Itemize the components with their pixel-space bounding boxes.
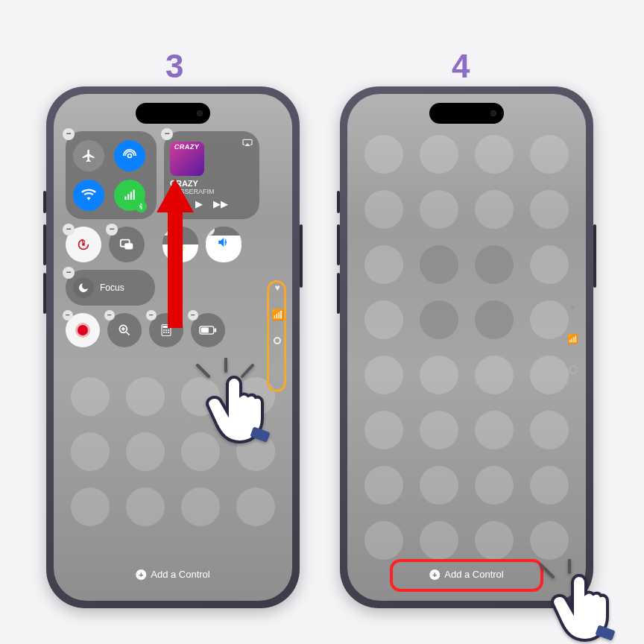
svg-rect-4 xyxy=(133,189,135,200)
moon-icon xyxy=(73,277,94,298)
svg-rect-21 xyxy=(215,328,217,332)
radio-icon[interactable]: 📶 xyxy=(567,334,578,344)
remove-icon[interactable]: − xyxy=(63,128,75,140)
speaker-icon xyxy=(217,236,230,252)
remove-icon[interactable]: − xyxy=(104,310,115,321)
cellular-toggle[interactable] xyxy=(114,180,145,211)
phone-volume-down xyxy=(43,273,46,314)
phone-silent-switch xyxy=(43,191,46,213)
tap-cursor-step-4 xyxy=(537,559,604,644)
volume-slider[interactable]: − xyxy=(206,227,242,262)
svg-rect-7 xyxy=(124,243,133,249)
remove-icon[interactable]: − xyxy=(63,267,75,279)
svg-rect-2 xyxy=(127,194,129,200)
screen-mirror-button[interactable]: − xyxy=(109,227,145,262)
screen-record-button[interactable]: − xyxy=(66,313,100,347)
svg-point-0 xyxy=(128,154,132,157)
cellular-icon xyxy=(123,189,136,202)
magnifier-icon xyxy=(117,323,132,338)
page-ring-icon[interactable] xyxy=(569,365,578,374)
airplane-icon xyxy=(81,148,96,163)
add-control-button[interactable]: + Add a Control xyxy=(124,563,222,586)
airdrop-toggle[interactable] xyxy=(114,140,145,171)
phone-volume-down xyxy=(337,273,340,314)
svg-rect-3 xyxy=(130,192,132,200)
phone-volume-up xyxy=(337,224,340,265)
remove-icon[interactable]: − xyxy=(161,128,173,140)
magnifier-button[interactable]: − xyxy=(107,313,142,347)
swipe-up-arrow xyxy=(149,164,201,338)
dynamic-island xyxy=(429,103,504,124)
focus-label: Focus xyxy=(100,282,124,293)
empty-slot-grid xyxy=(347,94,586,601)
next-track-icon[interactable]: ▶▶ xyxy=(213,198,228,209)
bluetooth-icon xyxy=(135,201,147,212)
svg-rect-22 xyxy=(201,328,209,333)
remove-icon[interactable]: − xyxy=(206,227,215,236)
phone-step-4: ♥ 📶 + Add a Control xyxy=(340,86,593,608)
phone-silent-switch xyxy=(337,191,340,213)
heart-icon[interactable]: ♥ xyxy=(570,303,575,313)
plus-icon: + xyxy=(136,569,146,580)
screen-mirror-icon xyxy=(119,236,135,253)
battery-icon xyxy=(199,325,217,335)
wifi-icon xyxy=(81,188,96,203)
page-indicator[interactable]: ♥ 📶 xyxy=(567,303,578,374)
svg-rect-5 xyxy=(82,242,85,246)
record-icon xyxy=(78,325,88,335)
wifi-toggle[interactable] xyxy=(73,180,104,211)
svg-rect-1 xyxy=(124,196,126,200)
screen-step-4: ♥ 📶 + Add a Control xyxy=(347,94,586,601)
rotation-lock-toggle[interactable]: − xyxy=(66,227,101,262)
step-label-3: 3 xyxy=(165,48,183,85)
rotation-lock-icon xyxy=(75,236,92,253)
phone-volume-up xyxy=(43,224,46,265)
airplane-mode-toggle[interactable] xyxy=(73,140,104,171)
phone-power-button xyxy=(300,224,303,288)
svg-line-27 xyxy=(541,565,553,577)
airdrop-icon xyxy=(122,148,137,163)
dynamic-island xyxy=(136,103,210,124)
tap-cursor-step-3 xyxy=(190,358,257,458)
connectivity-tile[interactable]: − xyxy=(66,131,157,219)
svg-line-23 xyxy=(198,365,209,376)
svg-line-9 xyxy=(127,332,130,335)
remove-icon[interactable]: − xyxy=(63,224,75,236)
step-label-4: 4 xyxy=(452,48,470,85)
phone-power-button xyxy=(593,224,596,288)
remove-icon[interactable]: − xyxy=(63,310,73,321)
svg-line-25 xyxy=(242,365,253,376)
focus-button[interactable]: − Focus xyxy=(66,270,155,306)
remove-icon[interactable]: − xyxy=(106,224,118,236)
add-control-label: Add a Control xyxy=(151,569,210,580)
airplay-icon[interactable] xyxy=(242,137,253,152)
add-control-highlight xyxy=(390,559,543,592)
